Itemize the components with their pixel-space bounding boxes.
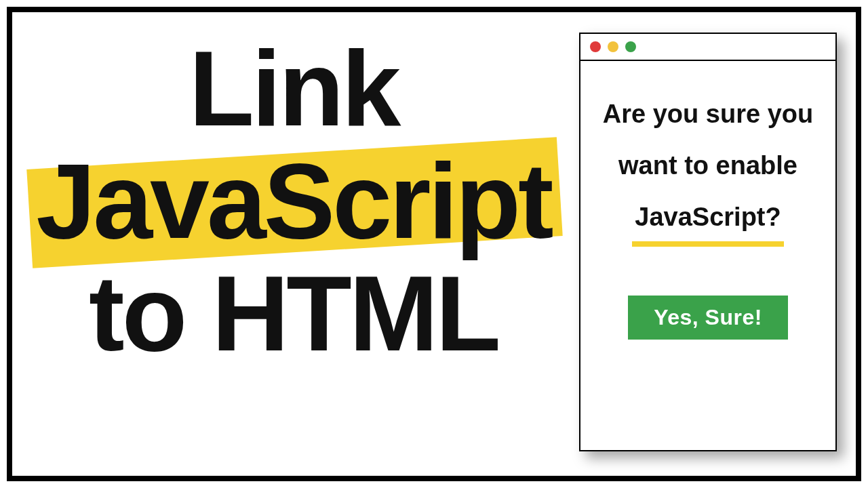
- minimize-icon[interactable]: [608, 41, 618, 52]
- dialog-body: Are you sure you want to enable JavaScri…: [580, 61, 835, 340]
- headline-line-2: JavaScript: [36, 141, 551, 260]
- outer-frame: Link JavaScript to HTML Are you sure you…: [7, 7, 861, 481]
- headline-line-3: to HTML: [12, 258, 575, 370]
- headline-block: Link JavaScript to HTML: [12, 33, 575, 370]
- confirm-button[interactable]: Yes, Sure!: [628, 296, 788, 340]
- headline-line-2-wrap: JavaScript: [36, 145, 551, 258]
- question-line-3: JavaScript?: [635, 191, 781, 243]
- window-titlebar: [580, 34, 835, 61]
- maximize-icon[interactable]: [625, 41, 636, 52]
- dialog-question: Are you sure you want to enable JavaScri…: [594, 88, 822, 243]
- question-line-1: Are you sure you: [603, 100, 813, 128]
- question-line-2: want to enable: [618, 151, 797, 180]
- close-icon[interactable]: [590, 41, 601, 52]
- headline-line-1: Link: [12, 33, 575, 145]
- dialog-window: Are you sure you want to enable JavaScri…: [579, 33, 837, 451]
